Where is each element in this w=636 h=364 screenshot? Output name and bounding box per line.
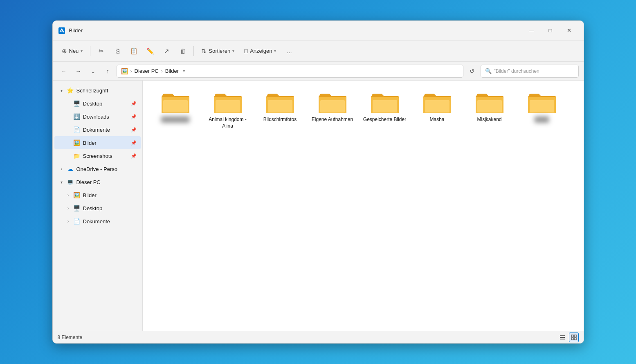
share-button[interactable]: ↗ [159, 44, 174, 58]
sidebar-item-downloads[interactable]: ⬇️ Downloads 📌 [54, 110, 141, 123]
file-label: Masha [429, 117, 444, 123]
status-bar: 8 Elemente [53, 331, 584, 343]
dokumente-icon: 📄 [73, 126, 81, 133]
paste-icon: 📋 [130, 47, 138, 55]
pin-icon: 📌 [131, 127, 137, 133]
view-chevron-icon: ▾ [274, 49, 276, 53]
sidebar-item-schnellzugriff[interactable]: ▾ ⭐ Schnellzugriff [54, 84, 141, 97]
list-item[interactable]: Misjkakend [465, 87, 514, 133]
copy-icon: ⎘ [116, 47, 119, 54]
sidebar-item-pc-desktop[interactable]: › 🖥️ Desktop [54, 202, 141, 215]
pc-icon: 💻 [67, 179, 74, 185]
expand-icon: › [66, 193, 71, 198]
sidebar-item-label: Dokumente [83, 127, 128, 133]
sidebar-item-label: Dokumente [83, 218, 137, 225]
list-item[interactable]: Gespeicherte Bilder [360, 87, 409, 133]
svg-rect-4 [571, 335, 573, 337]
desktop-icon: 🖥️ [73, 100, 81, 107]
list-item[interactable]: Masha [413, 87, 462, 133]
file-label: Misjkakend [477, 117, 501, 123]
cut-button[interactable]: ✂ [94, 44, 108, 58]
toolbar-divider-1 [90, 46, 90, 56]
folder-icon [318, 90, 347, 115]
sidebar-item-label: Bilder [83, 192, 137, 198]
recent-button[interactable]: ⌄ [87, 65, 99, 77]
sidebar-item-label: Dieser PC [76, 179, 137, 185]
svg-rect-6 [571, 338, 573, 340]
list-item[interactable]: Bildschirmfotos [256, 87, 305, 133]
new-button[interactable]: ⊕ Neu ▾ [58, 44, 87, 58]
window-title: Bilder [69, 27, 522, 34]
files-grid: ████████ Animal kingdom - Alina [151, 87, 575, 133]
address-icon: 🖼️ [121, 68, 128, 74]
delete-icon: 🗑 [180, 47, 186, 54]
file-area: ████████ Animal kingdom - Alina [143, 81, 584, 331]
more-button[interactable]: ... [282, 44, 297, 58]
sidebar-item-dieser-pc[interactable]: ▾ 💻 Dieser PC [54, 175, 141, 189]
list-item[interactable]: Animal kingdom - Alina [203, 87, 252, 133]
search-bar[interactable]: 🔍 "Bilder" durchsuchen [481, 65, 579, 78]
folder-icon [161, 90, 190, 115]
paste-button[interactable]: 📋 [126, 44, 141, 58]
main-content: ▾ ⭐ Schnellzugriff 🖥️ Desktop 📌 ⬇️ Downl… [53, 81, 584, 331]
grid-view-icon [571, 335, 577, 340]
onedrive-icon: ☁ [67, 166, 74, 172]
file-label: Animal kingdom - Alina [206, 117, 250, 129]
address-chevron-icon: ▾ [183, 68, 185, 74]
sidebar-item-screenshots[interactable]: 📁 Screenshots 📌 [54, 149, 141, 162]
up-button[interactable]: ↑ [102, 65, 114, 77]
svg-rect-5 [574, 335, 576, 337]
sidebar-item-bilder[interactable]: 🖼️ Bilder 📌 [54, 136, 141, 149]
search-icon: 🔍 [485, 68, 492, 74]
sort-button[interactable]: ⇅ Sortieren ▾ [197, 44, 238, 58]
window-icon [58, 27, 66, 35]
window-controls: — □ ✕ [522, 24, 579, 37]
new-chevron-icon: ▾ [81, 49, 83, 53]
pin-icon: 📌 [131, 153, 137, 159]
address-bar[interactable]: 🖼️ › Dieser PC › Bilder ▾ [117, 65, 463, 78]
sidebar-item-label: Downloads [83, 114, 128, 120]
delete-button[interactable]: 🗑 [175, 44, 190, 58]
sidebar-item-onedrive[interactable]: › ☁ OneDrive - Perso [54, 162, 141, 175]
view-toggle-group [557, 333, 579, 342]
minimize-button[interactable]: — [522, 24, 541, 37]
expand-icon: › [66, 219, 71, 224]
file-label: Gespeicherte Bilder [363, 117, 406, 123]
list-item[interactable]: ████████ [151, 87, 200, 133]
downloads-icon: ⬇️ [73, 113, 81, 120]
folder-icon [475, 90, 504, 115]
list-item[interactable]: ████ [517, 87, 566, 133]
view-button[interactable]: □ Anzeigen ▾ [240, 44, 280, 58]
sidebar-item-pc-bilder[interactable]: › 🖼️ Bilder [54, 189, 141, 202]
list-view-button[interactable] [557, 333, 567, 342]
view-icon: □ [244, 47, 248, 54]
expand-icon: ▾ [59, 88, 64, 93]
toolbar: ⊕ Neu ▾ ✂ ⎘ 📋 ✏️ ↗ 🗑 ⇅ Sortieren ▾ □ [53, 40, 584, 62]
back-button[interactable]: ← [58, 65, 70, 77]
sidebar-item-desktop[interactable]: 🖥️ Desktop 📌 [54, 97, 141, 110]
list-item[interactable]: Eigene Aufnahmen [308, 87, 357, 133]
forward-button[interactable]: → [72, 65, 85, 77]
breadcrumb-separator-2: › [161, 68, 163, 74]
refresh-button[interactable]: ↺ [466, 65, 478, 77]
new-label: Neu [69, 48, 79, 54]
folder-icon [370, 90, 400, 115]
file-label: Bildschirmfotos [263, 117, 297, 123]
folder-icon [265, 90, 295, 115]
file-label: ████ [535, 117, 548, 123]
sidebar-item-dokumente[interactable]: 📄 Dokumente 📌 [54, 123, 141, 136]
sort-label: Sortieren [209, 48, 230, 54]
share-icon: ↗ [164, 47, 169, 55]
copy-button[interactable]: ⎘ [110, 44, 125, 58]
view-label: Anzeigen [250, 48, 272, 54]
screenshots-icon: 📁 [73, 153, 81, 159]
grid-view-button[interactable] [569, 333, 579, 342]
breadcrumb-separator-1: › [130, 68, 132, 74]
rename-button[interactable]: ✏️ [143, 44, 157, 58]
more-icon: ... [287, 47, 292, 54]
sidebar-item-pc-dokumente[interactable]: › 📄 Dokumente [54, 215, 141, 228]
title-bar: Bilder — □ ✕ [53, 21, 584, 40]
maximize-button[interactable]: □ [541, 24, 560, 37]
close-button[interactable]: ✕ [560, 24, 579, 37]
cut-icon: ✂ [99, 47, 104, 55]
